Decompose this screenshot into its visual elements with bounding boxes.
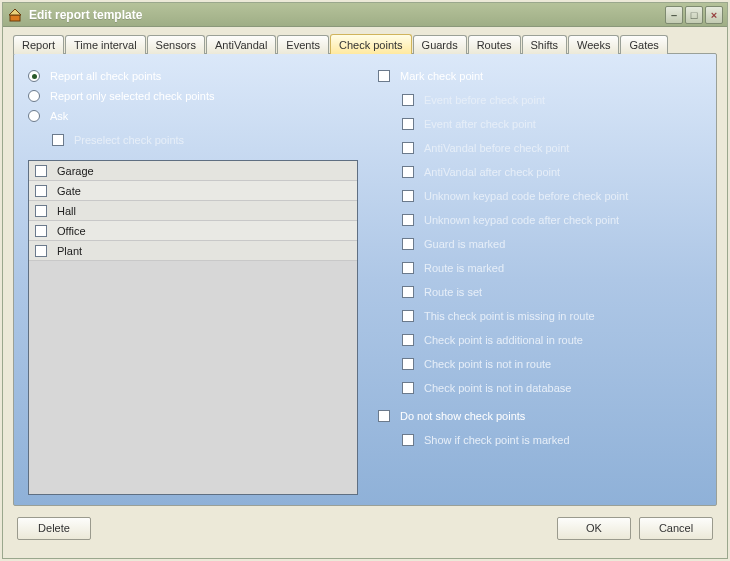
mark-option-3: AntiVandal after check point bbox=[378, 162, 702, 182]
list-item-checkbox[interactable] bbox=[35, 205, 47, 217]
mark-option-label-7: Route is marked bbox=[424, 262, 504, 274]
mode-option-2: Ask bbox=[28, 106, 358, 126]
list-item-label: Gate bbox=[57, 185, 81, 197]
mark-option-checkbox-10[interactable] bbox=[402, 334, 414, 346]
preselect-row: Preselect check points bbox=[28, 130, 358, 150]
mode-label-2: Ask bbox=[50, 110, 68, 122]
tab-check-points[interactable]: Check points bbox=[330, 34, 412, 54]
mark-option-checkbox-8[interactable] bbox=[402, 286, 414, 298]
close-button[interactable]: × bbox=[705, 6, 723, 24]
list-item[interactable]: Hall bbox=[29, 201, 357, 221]
mark-option-checkbox-4[interactable] bbox=[402, 190, 414, 202]
mark-option-6: Guard is marked bbox=[378, 234, 702, 254]
preselect-label: Preselect check points bbox=[74, 134, 184, 146]
mark-option-9: This check point is missing in route bbox=[378, 306, 702, 326]
mark-option-label-2: AntiVandal before check point bbox=[424, 142, 569, 154]
mark-option-label-8: Route is set bbox=[424, 286, 482, 298]
show-if-marked-checkbox[interactable] bbox=[402, 434, 414, 446]
tab-shifts[interactable]: Shifts bbox=[522, 35, 568, 54]
list-item-checkbox[interactable] bbox=[35, 165, 47, 177]
mark-option-checkbox-7[interactable] bbox=[402, 262, 414, 274]
mark-option-checkbox-6[interactable] bbox=[402, 238, 414, 250]
dialog-window: Edit report template – □ × ReportTime in… bbox=[2, 2, 728, 559]
mark-option-checkbox-0[interactable] bbox=[402, 94, 414, 106]
footer: Delete OK Cancel bbox=[13, 506, 717, 550]
right-column: Mark check point Event before check poin… bbox=[378, 66, 702, 495]
show-if-marked-row: Show if check point is marked bbox=[378, 430, 702, 450]
list-item-checkbox[interactable] bbox=[35, 185, 47, 197]
list-item[interactable]: Garage bbox=[29, 161, 357, 181]
delete-button[interactable]: Delete bbox=[17, 517, 91, 540]
list-item-checkbox[interactable] bbox=[35, 245, 47, 257]
left-column: Report all check pointsReport only selec… bbox=[28, 66, 358, 495]
tab-events[interactable]: Events bbox=[277, 35, 329, 54]
mode-option-1: Report only selected check points bbox=[28, 86, 358, 106]
mode-label-1: Report only selected check points bbox=[50, 90, 214, 102]
svg-rect-0 bbox=[10, 15, 20, 21]
list-item-label: Garage bbox=[57, 165, 94, 177]
mark-row: Mark check point bbox=[378, 66, 702, 86]
mark-option-label-3: AntiVandal after check point bbox=[424, 166, 560, 178]
list-item-label: Plant bbox=[57, 245, 82, 257]
tab-routes[interactable]: Routes bbox=[468, 35, 521, 54]
list-item-label: Office bbox=[57, 225, 86, 237]
mark-option-checkbox-1[interactable] bbox=[402, 118, 414, 130]
mark-option-label-1: Event after check point bbox=[424, 118, 536, 130]
mark-option-7: Route is marked bbox=[378, 258, 702, 278]
list-item[interactable]: Office bbox=[29, 221, 357, 241]
mark-option-label-10: Check point is additional in route bbox=[424, 334, 583, 346]
dont-show-checkbox[interactable] bbox=[378, 410, 390, 422]
mode-label-0: Report all check points bbox=[50, 70, 161, 82]
client-area: ReportTime intervalSensorsAntiVandalEven… bbox=[3, 27, 727, 558]
minimize-button[interactable]: – bbox=[665, 6, 683, 24]
mark-option-checkbox-2[interactable] bbox=[402, 142, 414, 154]
tab-time-interval[interactable]: Time interval bbox=[65, 35, 146, 54]
dont-show-label: Do not show check points bbox=[400, 410, 525, 422]
mark-option-12: Check point is not in database bbox=[378, 378, 702, 398]
mark-option-checkbox-11[interactable] bbox=[402, 358, 414, 370]
titlebar: Edit report template – □ × bbox=[3, 3, 727, 27]
mark-option-1: Event after check point bbox=[378, 114, 702, 134]
mode-radio-2[interactable] bbox=[28, 110, 40, 122]
mark-option-label-9: This check point is missing in route bbox=[424, 310, 595, 322]
list-item[interactable]: Gate bbox=[29, 181, 357, 201]
mark-option-label-6: Guard is marked bbox=[424, 238, 505, 250]
mark-option-checkbox-5[interactable] bbox=[402, 214, 414, 226]
mark-option-10: Check point is additional in route bbox=[378, 330, 702, 350]
mark-checkbox[interactable] bbox=[378, 70, 390, 82]
tab-guards[interactable]: Guards bbox=[413, 35, 467, 54]
tab-sensors[interactable]: Sensors bbox=[147, 35, 205, 54]
mark-option-label-0: Event before check point bbox=[424, 94, 545, 106]
preselect-checkbox[interactable] bbox=[52, 134, 64, 146]
app-icon bbox=[7, 7, 23, 23]
tab-gates[interactable]: Gates bbox=[620, 35, 667, 54]
tab-report[interactable]: Report bbox=[13, 35, 64, 54]
svg-marker-1 bbox=[9, 9, 21, 15]
mark-option-label-12: Check point is not in database bbox=[424, 382, 571, 394]
mark-option-checkbox-9[interactable] bbox=[402, 310, 414, 322]
mark-option-label-4: Unknown keypad code before check point bbox=[424, 190, 628, 202]
tab-check-points: Report all check pointsReport only selec… bbox=[13, 53, 717, 506]
maximize-button[interactable]: □ bbox=[685, 6, 703, 24]
mode-radio-0[interactable] bbox=[28, 70, 40, 82]
mark-option-label-11: Check point is not in route bbox=[424, 358, 551, 370]
mark-option-2: AntiVandal before check point bbox=[378, 138, 702, 158]
list-item-label: Hall bbox=[57, 205, 76, 217]
mark-option-4: Unknown keypad code before check point bbox=[378, 186, 702, 206]
list-item-checkbox[interactable] bbox=[35, 225, 47, 237]
tab-antivandal[interactable]: AntiVandal bbox=[206, 35, 276, 54]
mark-option-checkbox-3[interactable] bbox=[402, 166, 414, 178]
mark-option-checkbox-12[interactable] bbox=[402, 382, 414, 394]
mode-radio-1[interactable] bbox=[28, 90, 40, 102]
mark-option-0: Event before check point bbox=[378, 90, 702, 110]
tab-weeks[interactable]: Weeks bbox=[568, 35, 619, 54]
mark-option-label-5: Unknown keypad code after check point bbox=[424, 214, 619, 226]
dont-show-row: Do not show check points bbox=[378, 406, 702, 426]
cancel-button[interactable]: Cancel bbox=[639, 517, 713, 540]
checkpoint-list[interactable]: GarageGateHallOfficePlant bbox=[28, 160, 358, 495]
window-title: Edit report template bbox=[29, 8, 665, 22]
mark-option-5: Unknown keypad code after check point bbox=[378, 210, 702, 230]
mark-option-11: Check point is not in route bbox=[378, 354, 702, 374]
list-item[interactable]: Plant bbox=[29, 241, 357, 261]
ok-button[interactable]: OK bbox=[557, 517, 631, 540]
